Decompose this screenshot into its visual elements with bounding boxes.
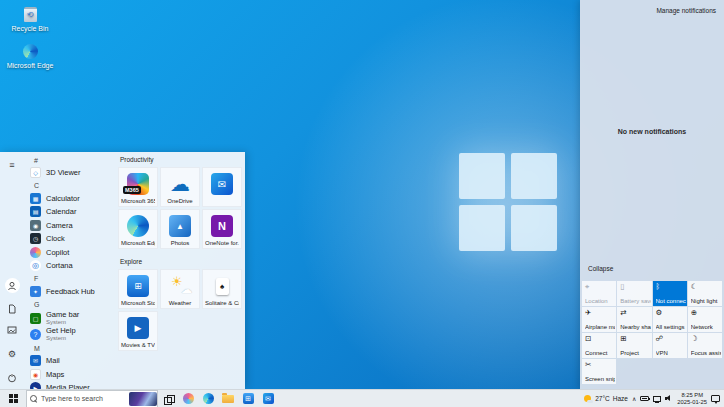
app-label: Game bar: [46, 311, 79, 319]
app-list-item-maps[interactable]: ◉ Maps: [24, 368, 112, 382]
quick-action-label: Focus assist: [691, 350, 721, 356]
collapse-link[interactable]: Collapse: [588, 265, 613, 272]
quick-action-label: Nearby sharing: [620, 324, 650, 330]
clock-time: 8:25 PM: [677, 392, 707, 399]
quick-action-all-settings[interactable]: ⚙ All settings: [653, 307, 687, 332]
tile-movies-tv[interactable]: ▶ Movies & TV: [118, 311, 158, 351]
tile-solitaire[interactable]: ♠ Solitaire & Ca...: [202, 269, 242, 309]
taskbar-file-explorer-button[interactable]: [218, 390, 238, 407]
manage-notifications-link[interactable]: Manage notifications: [656, 7, 716, 14]
tile-group-title: Explore: [120, 258, 245, 265]
search-input[interactable]: [41, 395, 125, 402]
start-menu-app-list: # ◇ 3D Viewer C ▦ Calculator ▤ Calendar …: [24, 152, 112, 389]
tile-onedrive[interactable]: ☁ OneDrive: [160, 167, 200, 207]
taskbar-clock[interactable]: 8:25 PM 2025-01-25: [677, 392, 707, 406]
start-menu: ≡ ⚙: [0, 152, 245, 389]
windows-wallpaper-logo: [459, 153, 557, 251]
tile-label: OneNote for...: [205, 240, 239, 246]
tile-photos[interactable]: ▲ Photos: [160, 209, 200, 249]
quick-action-vpn[interactable]: ☍ VPN: [653, 333, 687, 358]
documents-button[interactable]: [7, 304, 17, 314]
taskbar-copilot-button[interactable]: [178, 390, 198, 407]
gear-icon: ⚙: [656, 309, 684, 317]
app-list-item-calculator[interactable]: ▦ Calculator: [24, 192, 112, 206]
desktop-icon-label: Microsoft Edge: [6, 62, 54, 70]
tile-group-title: Productivity: [120, 156, 245, 163]
volume-icon[interactable]: [665, 395, 673, 402]
app-list-item-mail[interactable]: ✉ Mail: [24, 354, 112, 368]
battery-icon[interactable]: [640, 396, 649, 401]
tile-microsoft-store[interactable]: ⊞ Microsoft Store: [118, 269, 158, 309]
weather-widget[interactable]: 27°C Haze: [584, 395, 628, 403]
airplane-icon: ✈: [585, 309, 613, 317]
network-icon: ⊕: [691, 309, 719, 317]
quick-action-project[interactable]: ⊞ Project: [617, 333, 651, 358]
calendar-icon: ▤: [30, 206, 41, 217]
app-list-header: C: [24, 180, 112, 192]
app-label: Camera: [46, 221, 73, 230]
app-list-item-camera[interactable]: ◉ Camera: [24, 219, 112, 233]
quick-action-night-light[interactable]: ☾ Night light: [688, 281, 722, 306]
tile-microsoft-365[interactable]: M365 Microsoft 365: [118, 167, 158, 207]
quick-action-focus-assist[interactable]: ☽ Focus assist: [688, 333, 722, 358]
power-button[interactable]: [7, 373, 17, 383]
app-list-item-get-help[interactable]: ? Get Help System: [24, 326, 112, 342]
calculator-icon: ▦: [30, 193, 41, 204]
quick-action-battery-saver[interactable]: ▯ Battery saver: [617, 281, 651, 306]
tile-label: Microsoft Store: [121, 300, 155, 306]
action-center-button[interactable]: [711, 395, 720, 402]
app-list-item-3d-viewer[interactable]: ◇ 3D Viewer: [24, 166, 112, 180]
network-icon[interactable]: [653, 396, 661, 402]
app-list-item-game-bar[interactable]: ▢ Game bar System: [24, 310, 112, 326]
app-list-item-calendar[interactable]: ▤ Calendar: [24, 205, 112, 219]
pictures-button[interactable]: [7, 325, 17, 335]
focus-assist-icon: ☽: [691, 335, 719, 343]
tile-weather[interactable]: ☀ ☁ Weather: [160, 269, 200, 309]
quick-action-location[interactable]: ⌖ Location: [582, 281, 616, 306]
quick-action-label: VPN: [656, 350, 686, 356]
app-list-item-media-player[interactable]: ▶ Media Player: [24, 381, 112, 389]
quick-action-connect[interactable]: ⊡ Connect: [582, 333, 616, 358]
weather-icon: ☀ ☁: [169, 275, 191, 297]
tile-label: Photos: [163, 240, 197, 246]
expand-menu-button[interactable]: ≡: [4, 157, 20, 173]
quick-action-bluetooth[interactable]: ᛒ Not connected: [653, 281, 687, 306]
app-list-item-clock[interactable]: ◷ Clock: [24, 232, 112, 246]
app-label: Clock: [46, 234, 65, 243]
quick-action-airplane-mode[interactable]: ✈ Airplane mode: [582, 307, 616, 332]
playing-card-icon: ♠: [216, 278, 229, 295]
app-list-item-copilot[interactable]: Copilot: [24, 246, 112, 260]
quick-actions-grid: ⌖ Location ▯ Battery saver ᛒ Not connect…: [582, 281, 722, 384]
taskbar-outlook-button[interactable]: ✉: [258, 390, 278, 407]
taskbar-store-button[interactable]: ⊞: [238, 390, 258, 407]
tile-onenote[interactable]: N OneNote for...: [202, 209, 242, 249]
vpn-icon: ☍: [656, 335, 684, 343]
app-list-item-feedback-hub[interactable]: ✦ Feedback Hub: [24, 285, 112, 299]
task-view-button[interactable]: [158, 390, 178, 407]
store-icon: ⊞: [127, 275, 149, 297]
nearby-sharing-icon: ⇄: [620, 309, 648, 317]
user-account-button[interactable]: [5, 278, 20, 293]
quick-action-network[interactable]: ⊕ Network: [688, 307, 722, 332]
feedback-hub-icon: ✦: [30, 286, 41, 297]
tray-expand-chevron[interactable]: ∧: [632, 395, 636, 402]
start-button[interactable]: [0, 390, 26, 407]
location-icon: ⌖: [585, 283, 613, 291]
copilot-icon: [183, 393, 194, 404]
app-label: Calendar: [46, 207, 76, 216]
document-icon: [7, 304, 17, 314]
taskbar-search-box[interactable]: [26, 390, 158, 407]
quick-action-screen-snip[interactable]: ✂ Screen snip: [582, 359, 616, 384]
quick-action-label: Not connected: [656, 298, 686, 304]
tile-microsoft-edge[interactable]: Microsoft Edge: [118, 209, 158, 249]
quick-action-nearby-sharing[interactable]: ⇄ Nearby sharing: [617, 307, 651, 332]
camera-icon: ◉: [30, 220, 41, 231]
screen-snip-icon: ✂: [585, 361, 613, 369]
tile-outlook[interactable]: ✉: [202, 167, 242, 207]
desktop-icon-microsoft-edge[interactable]: Microsoft Edge: [6, 42, 54, 70]
desktop-icon-recycle-bin[interactable]: ⟲ Recycle Bin: [6, 5, 54, 33]
app-list-item-cortana[interactable]: ◎ Cortana: [24, 259, 112, 273]
settings-button[interactable]: ⚙: [4, 346, 20, 362]
taskbar-edge-button[interactable]: [198, 390, 218, 407]
clock-date: 2025-01-25: [677, 399, 707, 406]
